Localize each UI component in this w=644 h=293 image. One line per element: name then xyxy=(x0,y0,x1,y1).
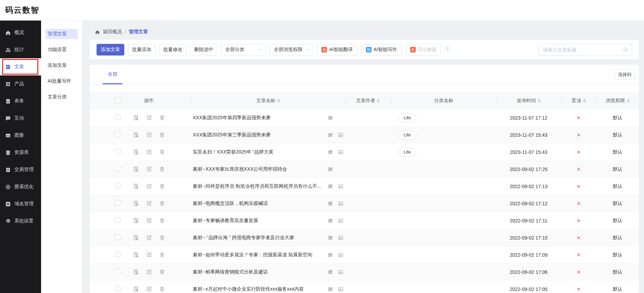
sidebar-item-7[interactable]: 资源库 xyxy=(0,144,41,161)
qr-icon[interactable] xyxy=(328,184,333,189)
sort-icon[interactable] xyxy=(538,99,541,103)
delete-article-button[interactable] xyxy=(159,200,165,206)
view-article-button[interactable] xyxy=(133,183,139,189)
header-pinned[interactable]: 置顶 xyxy=(561,92,596,109)
column-select-button[interactable]: 选择列 xyxy=(615,70,635,80)
article-title[interactable]: 素材--电商概念活跃，机构乐观喊话 xyxy=(193,200,328,207)
qr-icon[interactable] xyxy=(328,218,333,223)
qr-icon[interactable] xyxy=(328,269,333,275)
delete-article-button[interactable] xyxy=(159,286,165,292)
image-icon[interactable] xyxy=(338,269,343,275)
article-title[interactable]: 素材--XXX专家出席庆祝XXX公司周年招待会 xyxy=(193,166,328,172)
view-article-button[interactable] xyxy=(133,149,139,155)
edit-article-button[interactable] xyxy=(146,183,152,189)
sidebar-item-1[interactable]: 统计 xyxy=(0,41,41,58)
qr-icon[interactable] xyxy=(328,235,333,241)
not-pinned-x-icon[interactable]: ✕ xyxy=(577,201,581,206)
article-title[interactable]: 素材--鲜果网络营销模式分析及建议 xyxy=(193,269,328,275)
help-icon[interactable]: ? xyxy=(444,47,450,52)
qr-icon[interactable] xyxy=(328,167,333,172)
view-article-button[interactable] xyxy=(133,286,139,292)
sort-icon[interactable] xyxy=(377,99,380,103)
sidebar-item-0[interactable]: 概况 xyxy=(0,24,41,41)
row-checkbox[interactable] xyxy=(115,269,121,274)
image-icon[interactable] xyxy=(338,218,343,223)
row-checkbox[interactable] xyxy=(115,149,121,154)
search-input[interactable] xyxy=(539,44,632,56)
delete-article-button[interactable] xyxy=(159,132,165,138)
tab-all[interactable]: 全部 xyxy=(103,65,123,84)
submenu-item-4[interactable]: 文章分类 xyxy=(46,92,78,102)
delete-article-button[interactable] xyxy=(159,149,165,155)
row-checkbox[interactable] xyxy=(115,132,121,137)
edit-article-button[interactable] xyxy=(146,132,152,138)
not-pinned-x-icon[interactable]: ✕ xyxy=(577,115,581,121)
header-view-permission[interactable]: 浏览权限 xyxy=(596,92,639,109)
not-pinned-x-icon[interactable]: ✕ xyxy=(577,184,581,189)
submenu-item-2[interactable]: 添加文章 xyxy=(46,60,78,71)
qr-icon[interactable] xyxy=(328,132,333,138)
image-icon[interactable] xyxy=(338,184,343,189)
edit-article-button[interactable] xyxy=(146,235,152,241)
ai-translate-button[interactable]: 高 AI智能翻译 xyxy=(317,44,357,56)
qr-icon[interactable] xyxy=(328,286,333,292)
article-title[interactable]: 素材--同样是程序员 制造业程序员和互联网程序员有什么不... xyxy=(193,183,328,190)
row-checkbox[interactable] xyxy=(115,252,121,257)
row-checkbox[interactable] xyxy=(115,217,121,223)
view-article-button[interactable] xyxy=(133,166,139,172)
view-article-button[interactable] xyxy=(133,115,139,121)
category-filter-select[interactable]: 全部分类 xyxy=(221,44,266,56)
submenu-item-3[interactable]: AI批量写作 xyxy=(46,76,78,86)
not-pinned-x-icon[interactable]: ✕ xyxy=(577,149,581,155)
delete-article-button[interactable] xyxy=(159,183,165,189)
edit-article-button[interactable] xyxy=(146,252,152,258)
image-icon[interactable] xyxy=(338,252,343,258)
qr-icon[interactable] xyxy=(328,201,333,206)
row-checkbox[interactable] xyxy=(115,286,121,291)
not-pinned-x-icon[interactable]: ✕ xyxy=(577,252,581,258)
delete-article-button[interactable] xyxy=(159,235,165,241)
submenu-item-0[interactable]: 管理文章 xyxy=(46,29,78,39)
edit-article-button[interactable] xyxy=(146,115,152,121)
sidebar-item-5[interactable]: 互动 xyxy=(0,110,41,127)
row-checkbox[interactable] xyxy=(115,166,121,171)
not-pinned-x-icon[interactable]: ✕ xyxy=(577,235,581,241)
export-data-button[interactable]: 高 导出数据 xyxy=(406,44,441,56)
qr-icon[interactable] xyxy=(328,252,333,258)
edit-article-button[interactable] xyxy=(146,218,152,223)
image-icon[interactable] xyxy=(338,132,343,138)
sidebar-item-11[interactable]: 系统设置 xyxy=(0,212,41,230)
not-pinned-x-icon[interactable]: ✕ xyxy=(577,167,581,172)
header-article-title[interactable]: 文章名称 xyxy=(191,92,345,109)
article-title[interactable]: 素材--专家畅谈教育高质量发展 xyxy=(193,218,328,224)
not-pinned-x-icon[interactable]: ✕ xyxy=(577,269,581,275)
delete-article-button[interactable] xyxy=(159,252,165,258)
delete-article-button[interactable] xyxy=(159,115,165,121)
row-checkbox[interactable] xyxy=(115,234,121,240)
edit-article-button[interactable] xyxy=(146,200,152,206)
header-author[interactable]: 文章作者 xyxy=(345,92,391,109)
article-title[interactable]: 素材--如何带动更多就业？专家：挖掘新渠道 拓展新空间 xyxy=(193,252,328,258)
row-checkbox[interactable] xyxy=(115,200,121,206)
sidebar-item-articles[interactable]: 文章 xyxy=(0,58,41,75)
not-pinned-x-icon[interactable]: ✕ xyxy=(577,132,581,138)
view-article-button[interactable] xyxy=(133,269,139,275)
edit-article-button[interactable] xyxy=(146,149,152,155)
sort-icon[interactable] xyxy=(277,99,280,103)
sort-icon[interactable] xyxy=(583,99,586,103)
view-article-button[interactable] xyxy=(133,252,139,258)
sidebar-item-3[interactable]: 产品 xyxy=(0,75,41,93)
not-pinned-x-icon[interactable]: ✕ xyxy=(577,286,581,292)
article-title[interactable]: XXX集团2025年第四季新品强势来袭 xyxy=(193,115,328,121)
delete-selected-button[interactable]: 删除选中 xyxy=(190,44,217,56)
search-icon[interactable] xyxy=(623,47,629,52)
delete-article-button[interactable] xyxy=(159,166,165,172)
article-title[interactable]: 素材--x月起对中小微企业实行阶段性xxx服务xxx内容 xyxy=(193,286,328,292)
edit-article-button[interactable] xyxy=(146,269,152,275)
row-checkbox[interactable] xyxy=(115,183,121,188)
view-article-button[interactable] xyxy=(133,132,139,138)
sidebar-item-6[interactable]: 图册 xyxy=(0,127,41,144)
sidebar-item-10[interactable]: 域名管理 xyxy=(0,195,41,212)
batch-edit-button[interactable]: 批量修改 xyxy=(159,44,187,56)
submenu-item-1[interactable]: 功能设置 xyxy=(46,45,78,55)
